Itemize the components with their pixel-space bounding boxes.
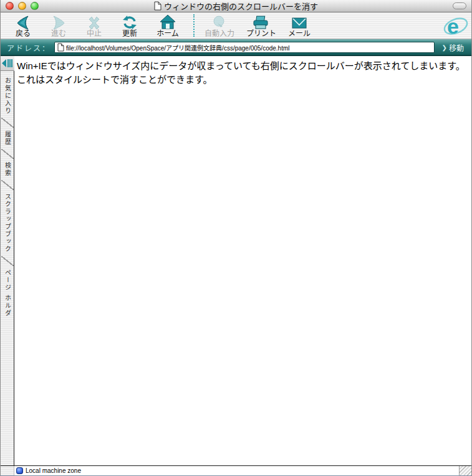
back-button[interactable]: 戻る xyxy=(9,14,37,38)
sidebar-tab-divider xyxy=(1,256,14,266)
page-paragraph: Win+IEではウィンドウサイズ内にデータが収まっていても右側にスクロールバーが… xyxy=(17,59,468,87)
print-button[interactable]: プリント xyxy=(245,14,277,38)
security-zone-text: Local machine zone xyxy=(26,467,81,474)
sidebar-tab-scrapbook[interactable]: スクラップブック xyxy=(1,193,14,253)
back-icon xyxy=(15,14,31,30)
mail-button[interactable]: メール xyxy=(286,14,313,38)
svg-text:e: e xyxy=(447,14,459,38)
sidebar-tab-favorites[interactable]: お気に入り xyxy=(1,77,14,115)
address-url: file://localhost/Volumes/OpenSpace/アプリ関連… xyxy=(66,43,290,52)
document-icon xyxy=(154,1,161,11)
address-bar: アドレス： file://localhost/Volumes/OpenSpace… xyxy=(1,39,471,56)
go-label: 移動 xyxy=(449,42,464,53)
traffic-lights xyxy=(6,2,39,10)
title-bar: ウィンドウの右側のスクロールバーを消す xyxy=(1,0,471,12)
browser-window: ウィンドウの右側のスクロールバーを消す 戻る 進む xyxy=(0,0,472,476)
home-icon xyxy=(160,14,176,30)
back-label: 戻る xyxy=(16,30,31,38)
window-title: ウィンドウの右側のスクロールバーを消す xyxy=(164,0,318,12)
stop-icon xyxy=(87,14,102,30)
page-icon xyxy=(57,43,64,52)
page-content: Win+IEではウィンドウサイズ内にデータが収まっていても右側にスクロールバーが… xyxy=(14,56,471,465)
go-button[interactable]: ❯ 移動 xyxy=(442,42,464,53)
autofill-label: 自動入力 xyxy=(205,30,234,38)
forward-button[interactable]: 進む xyxy=(45,14,72,38)
address-input[interactable]: file://localhost/Volumes/OpenSpace/アプリ関連… xyxy=(54,42,435,53)
windowshade-button[interactable] xyxy=(453,2,466,9)
toolbar-separator xyxy=(193,14,195,37)
zoom-button[interactable] xyxy=(31,2,39,10)
resize-grip[interactable] xyxy=(459,466,471,475)
sidebar-collapse-button[interactable] xyxy=(1,56,14,71)
address-label: アドレス： xyxy=(7,42,51,53)
minimize-button[interactable] xyxy=(18,2,26,10)
sidebar-tab-divider xyxy=(1,180,14,190)
sidebar-tab-divider xyxy=(1,149,14,159)
sidebar-tab-pageholder[interactable]: ページ ホルダ xyxy=(1,269,14,317)
go-chevron-icon: ❯ xyxy=(442,44,447,51)
autofill-icon xyxy=(211,14,228,30)
sidebar-tab-divider xyxy=(1,118,14,128)
mail-label: メール xyxy=(288,30,311,38)
forward-label: 進む xyxy=(51,30,66,38)
refresh-button[interactable]: 更新 xyxy=(116,14,143,38)
print-icon xyxy=(253,14,270,30)
body-row: お気に入り 履歴 検索 スクラップブック ページ ホルダ Win+IEではウィン… xyxy=(1,56,471,465)
sidebar: お気に入り 履歴 検索 スクラップブック ページ ホルダ xyxy=(1,56,14,465)
status-bar: Local machine zone xyxy=(1,465,471,475)
home-button[interactable]: ホーム xyxy=(152,14,184,38)
close-button[interactable] xyxy=(6,2,14,10)
sidebar-foot xyxy=(1,466,14,475)
sidebar-tab-search[interactable]: 検索 xyxy=(1,162,14,177)
ie-logo: e xyxy=(443,13,469,39)
forward-icon xyxy=(51,14,67,30)
autofill-button[interactable]: 自動入力 xyxy=(202,14,237,38)
sidebar-tab-history[interactable]: 履歴 xyxy=(1,131,14,146)
mail-icon xyxy=(292,14,307,30)
security-zone-icon xyxy=(16,467,23,474)
stop-button[interactable]: 中止 xyxy=(80,14,108,38)
refresh-icon xyxy=(122,14,138,30)
print-label: プリント xyxy=(246,30,276,38)
collapse-arrow-icon xyxy=(2,59,12,67)
toolbar: 戻る 進む 中止 xyxy=(1,12,471,39)
stop-label: 中止 xyxy=(87,30,102,38)
home-label: ホーム xyxy=(157,30,179,38)
refresh-label: 更新 xyxy=(122,30,137,38)
